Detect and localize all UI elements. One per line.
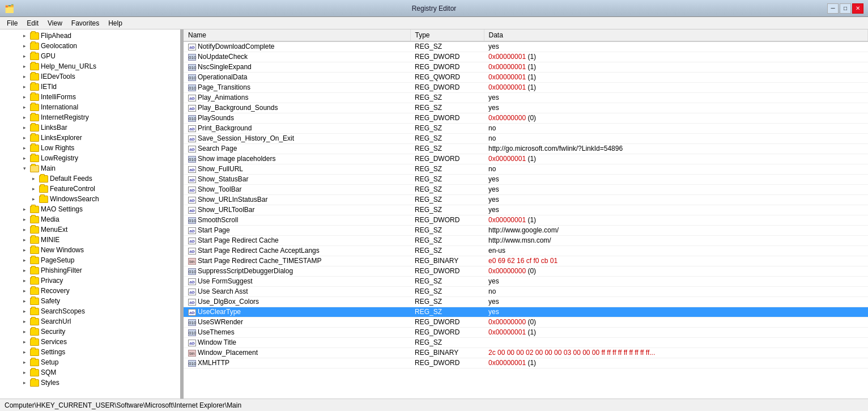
tree-item-gpu[interactable]: ▸GPU [0, 51, 180, 61]
table-row[interactable]: abPlay_AnimationsREG_SZyes [184, 92, 868, 103]
expand-icon[interactable]: ▸ [20, 144, 28, 152]
column-header-type[interactable]: Type [410, 29, 484, 41]
table-row[interactable]: 010NoUpdateCheckREG_DWORD0x00000001 (1) [184, 52, 868, 62]
table-row[interactable]: 010PlaySoundsREG_DWORD0x00000000 (0) [184, 113, 868, 123]
tree-item-intelliforms[interactable]: ▸IntelliForms [0, 92, 180, 102]
table-row[interactable]: abUse FormSuggestREG_SZyes [184, 276, 868, 286]
table-row[interactable]: 010Page_TransitionsREG_DWORD0x00000001 (… [184, 82, 868, 92]
expand-icon[interactable]: ▸ [20, 93, 28, 101]
menu-help[interactable]: Help [104, 18, 127, 28]
tree-item-help_menu_urls[interactable]: ▸Help_Menu_URLs [0, 61, 180, 71]
expand-icon[interactable]: ▸ [20, 277, 28, 285]
expand-icon[interactable]: ▸ [20, 328, 28, 336]
tree-item-privacy[interactable]: ▸Privacy [0, 276, 180, 286]
menu-favorites[interactable]: Favorites [67, 18, 104, 28]
table-row[interactable]: 010XMLHTTPREG_DWORD0x00000001 (1) [184, 358, 868, 368]
table-row[interactable]: abShow_URLToolBarREG_SZyes [184, 205, 868, 215]
table-row[interactable]: 010NscSingleExpandREG_DWORD0x00000001 (1… [184, 62, 868, 72]
tree-item-newwindows[interactable]: ▸New Windows [0, 245, 180, 255]
expand-icon[interactable]: ▸ [29, 175, 37, 183]
expand-icon[interactable]: ▸ [20, 307, 28, 315]
expand-icon[interactable]: ▸ [29, 185, 37, 193]
expand-icon[interactable]: ▸ [20, 134, 28, 142]
tree-item-media[interactable]: ▸Media [0, 214, 180, 224]
table-row[interactable]: 010OperationalDataREG_QWORD0x00000001 (1… [184, 72, 868, 82]
expand-icon[interactable]: ▸ [20, 73, 28, 80]
tree-item-recovery[interactable]: ▸Recovery [0, 286, 180, 296]
expand-icon[interactable]: ▸ [20, 266, 28, 274]
table-row[interactable]: abPrint_BackgroundREG_SZno [184, 123, 868, 133]
minimize-button[interactable]: ─ [827, 3, 839, 14]
table-row[interactable]: abUse Search AsstREG_SZno [184, 286, 868, 296]
table-row[interactable]: 010Show image placeholdersREG_DWORD0x000… [184, 154, 868, 164]
tree-item-iedevtools[interactable]: ▸IEDevTools [0, 71, 180, 82]
tree-item-minie[interactable]: ▸MINIE [0, 235, 180, 245]
tree-panel[interactable]: ▸FlipAhead▸Geolocation▸GPU▸Help_Menu_URL… [0, 29, 181, 399]
expand-icon[interactable]: ▸ [20, 32, 28, 40]
expand-icon[interactable]: ▸ [20, 358, 28, 366]
tree-item-sqm[interactable]: ▸SQM [0, 367, 180, 378]
expand-icon[interactable]: ▸ [20, 379, 28, 387]
table-row[interactable]: abStart Page Redirect Cache AcceptLangsR… [184, 245, 868, 256]
table-row[interactable]: 010SmoothScrollREG_DWORD0x00000001 (1) [184, 215, 868, 225]
expand-icon[interactable]: ▸ [20, 52, 28, 60]
maximize-button[interactable]: □ [840, 3, 851, 14]
menu-edit[interactable]: Edit [22, 18, 43, 28]
expand-icon[interactable]: ▸ [20, 124, 28, 132]
expand-icon[interactable]: ▸ [20, 287, 28, 295]
table-row[interactable]: binStart Page Redirect Cache_TIMESTAMPRE… [184, 256, 868, 266]
table-row[interactable]: abShow_ToolBarREG_SZyes [184, 184, 868, 194]
table-row[interactable]: abStart PageREG_SZhttp://www.google.com/ [184, 225, 868, 235]
menu-file[interactable]: File [2, 18, 22, 28]
table-row[interactable]: abShow_StatusBarREG_SZyes [184, 174, 868, 184]
expand-icon[interactable]: ▸ [20, 113, 28, 121]
expand-icon[interactable]: ▸ [20, 154, 28, 162]
table-row[interactable]: abSearch PageREG_SZhttp://go.microsoft.c… [184, 143, 868, 154]
tree-item-phishingfilter[interactable]: ▸PhishingFilter [0, 265, 180, 276]
table-row[interactable]: abSave_Session_History_On_ExitREG_SZno [184, 133, 868, 143]
expand-icon[interactable]: ▸ [20, 42, 28, 50]
tree-item-styles[interactable]: ▸Styles [0, 378, 180, 388]
tree-item-services[interactable]: ▸Services [0, 337, 180, 347]
tree-item-safety[interactable]: ▸Safety [0, 296, 180, 306]
expand-icon[interactable]: ▸ [20, 338, 28, 346]
table-row[interactable]: abNotifyDownloadCompleteREG_SZyes [184, 41, 868, 52]
expand-icon[interactable]: ▸ [20, 256, 28, 264]
tree-item-main[interactable]: ▾Main [0, 163, 180, 173]
expand-icon[interactable]: ▸ [20, 236, 28, 244]
tree-item-internetregistry[interactable]: ▸InternetRegistry [0, 112, 180, 122]
tree-item-linksbar[interactable]: ▸LinksBar [0, 122, 180, 133]
table-row[interactable]: abUse_DlgBox_ColorsREG_SZyes [184, 296, 868, 307]
close-button[interactable]: ✕ [852, 3, 863, 14]
tree-item-maosettings[interactable]: ▸MAO Settings [0, 204, 180, 214]
table-row[interactable]: binWindow_PlacementREG_BINARY2c 00 00 00… [184, 348, 868, 358]
tree-item-pagesetup[interactable]: ▸PageSetup [0, 255, 180, 265]
tree-item-windowssearch[interactable]: ▸WindowsSearch [0, 194, 180, 204]
expand-icon[interactable]: ▸ [20, 348, 28, 356]
expand-icon[interactable]: ▸ [20, 215, 28, 223]
table-row[interactable]: 010SuppressScriptDebuggerDialogREG_DWORD… [184, 266, 868, 276]
expand-icon[interactable]: ▸ [20, 103, 28, 111]
expand-icon[interactable]: ▸ [20, 226, 28, 234]
expand-icon[interactable]: ▸ [29, 195, 37, 203]
tree-item-ietld[interactable]: ▸IETld [0, 82, 180, 92]
expand-icon[interactable]: ▸ [20, 317, 28, 325]
table-row[interactable]: abStart Page Redirect CacheREG_SZhttp://… [184, 235, 868, 245]
expand-icon[interactable]: ▸ [20, 83, 28, 91]
tree-item-security[interactable]: ▸Security [0, 327, 180, 337]
tree-item-lowregistry[interactable]: ▸LowRegistry [0, 153, 180, 163]
tree-item-setup[interactable]: ▸Setup [0, 357, 180, 367]
expand-icon[interactable]: ▸ [20, 62, 28, 70]
table-row[interactable]: abShow_FullURLREG_SZno [184, 164, 868, 174]
tree-item-international[interactable]: ▸International [0, 102, 180, 112]
expand-icon[interactable]: ▸ [20, 205, 28, 213]
tree-item-featurecontrol[interactable]: ▸FeatureControl [0, 184, 180, 194]
tree-item-lowrights[interactable]: ▸Low Rights [0, 143, 180, 153]
tree-item-searchscopes[interactable]: ▸SearchScopes [0, 306, 180, 316]
tree-item-linksexplorer[interactable]: ▸LinksExplorer [0, 133, 180, 143]
column-header-name[interactable]: Name [184, 29, 410, 41]
table-row[interactable]: 010UseThemesREG_DWORD0x00000001 (1) [184, 327, 868, 337]
tree-item-settings[interactable]: ▸Settings [0, 347, 180, 357]
column-header-data[interactable]: Data [484, 29, 868, 41]
tree-item-geolocation[interactable]: ▸Geolocation [0, 41, 180, 51]
